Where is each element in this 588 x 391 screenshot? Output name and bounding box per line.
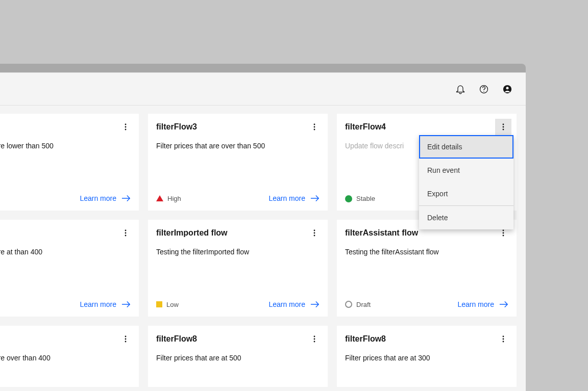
card-description: Testing the filterAssistant flow <box>345 247 508 257</box>
flow-card: filterFlow8 Filter prices that are at 50… <box>148 326 328 387</box>
card-menu-button[interactable] <box>117 331 134 347</box>
svg-point-5 <box>125 126 127 128</box>
svg-point-19 <box>503 230 504 231</box>
menu-item-label: Export <box>427 190 448 198</box>
status-badge: High <box>156 195 181 202</box>
arrow-right-icon <box>121 195 131 202</box>
status-stable-icon <box>345 195 352 202</box>
status-high-icon <box>156 195 163 201</box>
menu-item-export[interactable]: Export <box>419 182 513 205</box>
svg-point-11 <box>503 126 504 128</box>
card-menu-button[interactable] <box>495 119 511 135</box>
window-titlebar <box>0 64 526 72</box>
svg-point-4 <box>125 124 127 125</box>
status-label: Stable <box>356 195 375 202</box>
card-menu-button[interactable] <box>306 331 323 347</box>
svg-point-25 <box>314 336 315 337</box>
learn-more-label: Learn more <box>457 300 494 308</box>
learn-more-link[interactable]: Learn more <box>268 194 320 202</box>
menu-item-label: Edit details <box>427 143 462 151</box>
svg-point-24 <box>125 341 127 343</box>
app-header <box>0 73 526 106</box>
card-title: filterFlow4 <box>345 122 386 133</box>
card-description: Filter prices that are at 300 <box>345 353 508 363</box>
card-description: Testing the filterImported flow <box>156 247 320 257</box>
menu-item-edit-details[interactable]: Edit details <box>419 135 513 159</box>
svg-point-9 <box>314 129 315 131</box>
card-description: Filter prices that are at 500 <box>156 353 320 363</box>
arrow-right-icon <box>499 301 508 308</box>
card-menu-button[interactable] <box>495 331 511 347</box>
card-menu-button[interactable] <box>306 119 323 135</box>
svg-point-13 <box>125 230 127 231</box>
flow-card: filterImported flow Testing the filterIm… <box>148 220 328 317</box>
svg-point-12 <box>503 129 504 131</box>
svg-point-26 <box>314 338 315 340</box>
card-description: ces that are at than 400 <box>0 247 131 257</box>
learn-more-label: Learn more <box>268 300 305 308</box>
svg-point-8 <box>314 126 315 128</box>
menu-item-label: Run event <box>427 166 460 174</box>
flow-card: filterAssistant flow Testing the filterA… <box>337 220 517 317</box>
svg-point-7 <box>314 124 315 125</box>
status-badge: Stable <box>345 195 375 202</box>
menu-item-label: Delete <box>427 214 448 222</box>
card-description: ces that are lower than 500 <box>0 141 131 151</box>
arrow-right-icon <box>310 195 320 202</box>
card-menu-button[interactable] <box>117 225 134 241</box>
card-title: filterAssistant flow <box>345 228 418 239</box>
card-title: filterImported flow <box>156 228 228 239</box>
svg-point-29 <box>503 338 504 340</box>
learn-more-label: Learn more <box>268 194 305 202</box>
status-draft-icon <box>345 301 352 308</box>
flow-card: w2 ces that are lower than 500 Learn mor… <box>0 114 139 211</box>
menu-item-run-event[interactable]: Run event <box>419 159 513 182</box>
svg-point-18 <box>314 235 315 237</box>
status-low-icon <box>156 301 162 307</box>
status-label: Low <box>166 301 179 308</box>
svg-point-23 <box>125 338 127 340</box>
flow-card-grid: w2 ces that are lower than 500 Learn mor… <box>0 114 517 387</box>
learn-more-link[interactable]: Learn more <box>80 194 131 202</box>
card-description: Filter prices that are over than 500 <box>156 141 320 151</box>
flow-card: filterFlow8 Filter prices that are at 30… <box>337 326 517 387</box>
help-icon[interactable] <box>474 79 494 99</box>
arrow-right-icon <box>310 301 320 308</box>
status-badge: Low <box>156 301 179 308</box>
card-menu-button[interactable] <box>117 119 134 135</box>
learn-more-label: Learn more <box>80 194 116 202</box>
svg-point-16 <box>314 230 315 231</box>
svg-point-28 <box>503 336 504 337</box>
svg-point-22 <box>125 336 127 337</box>
svg-point-3 <box>506 87 509 89</box>
svg-point-20 <box>503 232 504 234</box>
flow-card: filterFlow3 Filter prices that are over … <box>148 114 328 211</box>
card-title: filterFlow3 <box>156 122 197 133</box>
flow-card: w6 ces that are at than 400 Learn more <box>0 220 139 317</box>
notification-icon[interactable] <box>450 79 471 99</box>
svg-point-1 <box>483 91 484 92</box>
svg-point-14 <box>125 232 127 234</box>
menu-item-delete[interactable]: Delete <box>419 206 513 229</box>
card-menu-button[interactable] <box>306 225 323 241</box>
card-description: ces that are over than 400 <box>0 353 131 363</box>
flow-card: filterFlow4 Update flow descri Stable Ed… <box>337 114 517 211</box>
app-window: w2 ces that are lower than 500 Learn mor… <box>0 64 526 391</box>
card-title: filterFlow8 <box>345 334 386 345</box>
card-title: filterFlow8 <box>156 334 197 345</box>
svg-point-21 <box>503 235 504 237</box>
user-avatar-icon[interactable] <box>497 79 518 99</box>
arrow-right-icon <box>121 301 131 308</box>
status-label: High <box>167 195 181 202</box>
svg-point-30 <box>503 341 504 343</box>
svg-point-17 <box>314 232 315 234</box>
svg-point-10 <box>503 124 504 125</box>
learn-more-link[interactable]: Learn more <box>457 300 508 308</box>
svg-point-27 <box>314 341 315 343</box>
learn-more-link[interactable]: Learn more <box>268 300 320 308</box>
app-shell: w2 ces that are lower than 500 Learn mor… <box>0 72 526 391</box>
learn-more-link[interactable]: Learn more <box>80 300 131 308</box>
flow-card: w8 ces that are over than 400 <box>0 326 139 387</box>
status-label: Draft <box>356 301 371 308</box>
learn-more-label: Learn more <box>80 300 116 308</box>
